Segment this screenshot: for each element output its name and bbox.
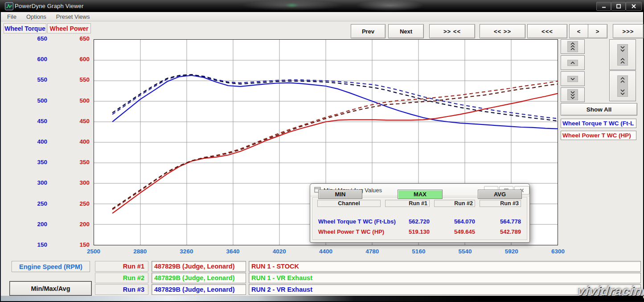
scroll-up-fast-button[interactable]	[561, 39, 585, 54]
pan-far-left-button[interactable]: <<<	[527, 24, 567, 38]
dialog-avg-button[interactable]: AVG	[478, 190, 522, 199]
scroll-down-fast-button[interactable]	[561, 87, 585, 102]
pan-right-button[interactable]: >	[588, 24, 607, 38]
channel-torque-label: Wheel Torque	[4, 25, 45, 32]
power-max-run3: 542.789	[480, 228, 521, 235]
triple-chevron-up-icon	[567, 41, 578, 52]
pan-left-button[interactable]: <	[569, 24, 589, 38]
chevrons-outward-icon	[617, 75, 628, 97]
app-window: PowerDyne Graph Viewer File Options Pres…	[0, 0, 644, 302]
menu-preset-views[interactable]: Preset Views	[56, 13, 90, 20]
channel-power-label: Wheel Power	[49, 25, 88, 32]
run3-description: RUN 2 - VR Exhaust	[251, 286, 312, 293]
power-max-run2: 549.645	[434, 228, 475, 235]
triple-chevron-down-icon	[567, 89, 578, 100]
table-channel-torque: Wheel Torque T WC (Ft-Lbs)	[318, 218, 396, 225]
waveform-icon	[6, 4, 12, 8]
maximize-button[interactable]	[611, 2, 626, 11]
column-header-run1: Run #1	[385, 200, 430, 207]
run1-name-field[interactable]: 487829B (Judge, Leonard)	[152, 261, 246, 272]
window-title: PowerDyne Graph Viewer	[15, 3, 83, 9]
minimize-icon	[601, 4, 607, 9]
pan-far-left-label: <<<	[541, 28, 553, 35]
channel-torque-button[interactable]: Wheel Torque	[4, 23, 46, 33]
curve-wheel-torque-t-wc-ft-lbs-run-2	[112, 75, 558, 119]
run1-name: 487829B (Judge, Leonard)	[154, 263, 235, 270]
pan-far-right-button[interactable]: >>>	[613, 24, 644, 38]
dialog-min-button[interactable]: MIN	[318, 190, 362, 199]
zoom-out-x-button[interactable]: << >>	[480, 24, 525, 38]
show-all-button[interactable]: Show All	[561, 103, 637, 116]
max-label: MAX	[414, 191, 427, 198]
run3-name-field[interactable]: 487829B (Judge, Leonard)	[152, 284, 246, 295]
zoom-in-x-label: >> <<	[443, 28, 461, 35]
min-label: MIN	[335, 191, 346, 198]
prev-button[interactable]: Prev	[351, 24, 386, 38]
menu-options[interactable]: Options	[26, 13, 46, 20]
pan-left-label: <	[577, 28, 581, 35]
legend-power-label: Wheel Power T WC (HP)	[562, 132, 631, 139]
column-header-channel: Channel	[317, 200, 381, 207]
y-scale-compress-button[interactable]	[609, 39, 636, 70]
table-channel-power: Wheel Power T WC (HP)	[318, 228, 384, 235]
chevrons-inward-icon	[617, 44, 628, 66]
menu-file[interactable]: File	[7, 13, 16, 20]
close-icon	[631, 4, 636, 9]
legend-torque[interactable]: Wheel Torque T WC (Ft-L	[561, 119, 636, 128]
minimize-button[interactable]	[596, 2, 611, 11]
next-label: Next	[400, 28, 412, 35]
run2-description-field[interactable]: RUN 1 - VR Exhaust	[249, 273, 641, 283]
x-axis-channel-box[interactable]: Engine Speed (RPM)	[12, 261, 90, 272]
window-left-edge	[0, 12, 1, 301]
window-bottom-edge	[1, 296, 643, 301]
avg-label: AVG	[494, 191, 506, 198]
min-max-avg-button-label: Min/Max/Avg	[31, 285, 70, 292]
run3-name: 487829B (Judge, Leonard)	[154, 286, 235, 293]
legend-torque-label: Wheel Torque T WC (Ft-L	[562, 120, 634, 127]
run2-name-field[interactable]: 487829B (Judge, Leonard)	[152, 273, 246, 283]
prev-label: Prev	[362, 28, 374, 35]
run1-number-label: Run #1	[95, 261, 148, 272]
torque-max-run2: 564.070	[434, 218, 475, 225]
run2-description: RUN 1 - VR Exhaust	[251, 274, 312, 281]
pan-far-right-label: >>>	[623, 28, 634, 35]
zoom-out-x-label: << >>	[494, 28, 511, 35]
chevron-up-icon	[567, 60, 578, 66]
x-axis-channel-label: Engine Speed (RPM)	[19, 263, 82, 270]
run2-name: 487829B (Judge, Leonard)	[154, 274, 235, 281]
torque-max-run1: 562.720	[385, 218, 430, 225]
legend-power[interactable]: Wheel Power T WC (HP)	[561, 131, 636, 140]
column-header-run2: Run #2	[434, 200, 475, 207]
scroll-up-button[interactable]	[561, 55, 585, 70]
app-icon	[5, 2, 13, 10]
zoom-in-x-button[interactable]: >> <<	[429, 24, 475, 38]
run1-description-field[interactable]: RUN 1 - STOCK	[249, 261, 641, 272]
scroll-down-button[interactable]	[561, 71, 585, 86]
channel-power-button[interactable]: Wheel Power	[47, 23, 91, 33]
column-header-run3: Run #3	[480, 200, 521, 207]
close-button[interactable]	[626, 2, 642, 11]
pan-right-label: >	[596, 28, 600, 35]
chevron-down-icon	[567, 76, 578, 82]
run2-number-label: Run #2	[95, 273, 148, 283]
min-max-avg-dialog: Min / Max / Avg Values MIN MAX AVG Chann…	[310, 183, 530, 243]
menu-bar: File Options Preset Views	[1, 12, 643, 21]
torque-max-run3: 564.778	[480, 218, 521, 225]
run1-description: RUN 1 - STOCK	[251, 263, 299, 270]
run3-number-label: Run #3	[95, 284, 148, 295]
title-bar	[0, 0, 644, 12]
min-max-avg-button[interactable]: Min/Max/Avg	[9, 281, 92, 296]
power-max-run1: 519.130	[385, 228, 430, 235]
show-all-label: Show All	[587, 106, 612, 113]
next-button[interactable]: Next	[388, 24, 424, 38]
dialog-max-button[interactable]: MAX	[398, 190, 443, 199]
maximize-icon	[616, 4, 621, 9]
y-scale-expand-button[interactable]	[609, 70, 636, 101]
